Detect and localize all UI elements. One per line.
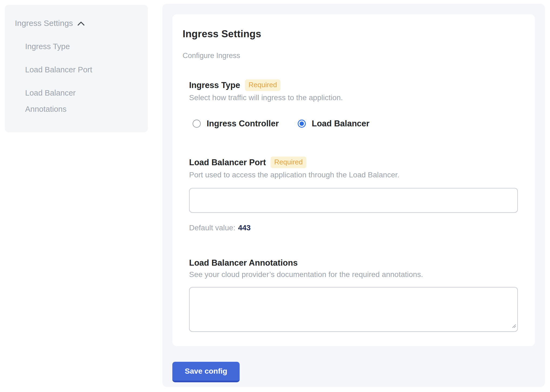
sidebar-group-ingress-settings[interactable]: Ingress Settings (15, 18, 137, 29)
form-sections: Ingress Type Required Select how traffic… (189, 79, 518, 332)
sidebar-item-load-balancer-annotations[interactable]: Load Balancer Annotations (25, 85, 104, 117)
load-balancer-annotations-textarea[interactable] (189, 287, 518, 332)
radio-button-load-balancer[interactable] (298, 120, 306, 128)
radio-option-load-balancer[interactable]: Load Balancer (298, 119, 370, 129)
ingress-settings-card: Ingress Settings Configure Ingress Ingre… (172, 14, 535, 346)
radio-button-ingress-controller[interactable] (193, 120, 201, 128)
sidebar-item-load-balancer-port[interactable]: Load Balancer Port (25, 62, 104, 78)
page-subtitle: Configure Ingress (183, 52, 518, 60)
load-balancer-port-input[interactable] (189, 188, 518, 213)
required-badge: Required (245, 79, 281, 91)
field-description-load-balancer-annotations: See your cloud provider’s documentation … (189, 270, 518, 279)
field-description-load-balancer-port: Port used to access the application thro… (189, 171, 518, 179)
sidebar-item-list: Ingress Type Load Balancer Port Load Bal… (15, 38, 104, 117)
radio-option-ingress-controller[interactable]: Ingress Controller (193, 119, 279, 129)
page: Ingress Settings Ingress Type Load Balan… (0, 0, 550, 392)
radio-label-load-balancer[interactable]: Load Balancer (312, 119, 370, 129)
main-panel: Ingress Settings Configure Ingress Ingre… (162, 4, 545, 387)
field-label-ingress-type: Ingress Type (189, 80, 240, 90)
field-load-balancer-port: Load Balancer Port Required Port used to… (189, 157, 518, 232)
radio-label-ingress-controller[interactable]: Ingress Controller (207, 119, 279, 129)
field-label-load-balancer-port: Load Balancer Port (189, 158, 266, 167)
save-config-button[interactable]: Save config (172, 362, 240, 382)
field-label-load-balancer-annotations: Load Balancer Annotations (189, 258, 298, 268)
ingress-type-radio-group: Ingress Controller Load Balancer (193, 119, 518, 129)
field-ingress-type: Ingress Type Required Select how traffic… (189, 79, 518, 129)
sidebar-group-label: Ingress Settings (15, 18, 73, 29)
chevron-up-icon (77, 18, 85, 29)
required-badge: Required (271, 157, 306, 168)
default-value-number: 443 (238, 224, 251, 232)
page-title: Ingress Settings (183, 28, 518, 40)
sidebar-item-ingress-type[interactable]: Ingress Type (25, 38, 104, 55)
field-load-balancer-annotations: Load Balancer Annotations See your cloud… (189, 258, 518, 332)
settings-nav-sidebar: Ingress Settings Ingress Type Load Balan… (5, 5, 148, 132)
default-value-label: Default value: (189, 224, 235, 232)
default-value-line: Default value:443 (189, 224, 518, 232)
field-description-ingress-type: Select how traffic will ingress to the a… (189, 93, 518, 102)
